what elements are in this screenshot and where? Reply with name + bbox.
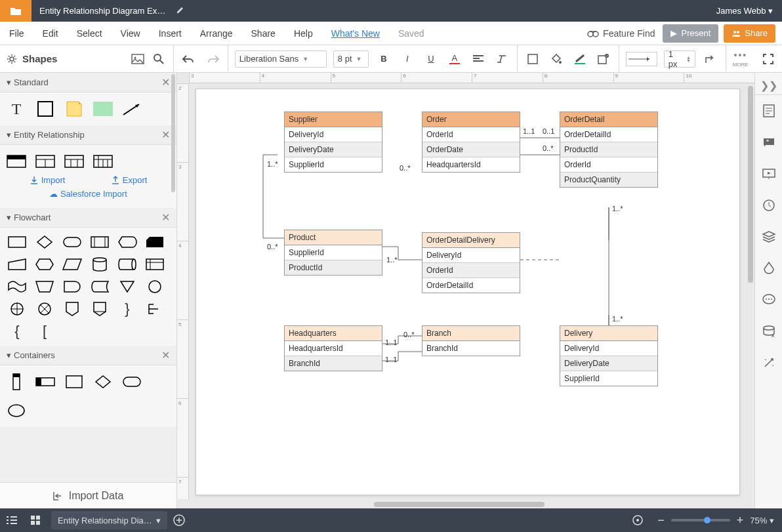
rect-shape[interactable] [35,99,55,119]
shape-style-button[interactable] [524,51,541,68]
canvas-scrollbar-v[interactable] [748,86,753,283]
er-shape-3[interactable] [64,152,84,171]
chat-icon[interactable] [755,284,783,316]
fc-database[interactable] [89,256,110,272]
menu-arrange[interactable]: Arrange [191,22,242,45]
comments-icon[interactable]: ❞ [755,127,783,158]
collapse-right-icon[interactable]: ❯❯ [755,77,782,95]
entity-row[interactable]: OrderDetailId [422,278,520,293]
menu-help[interactable]: Help [285,22,322,45]
entity-row[interactable]: BranchId [285,356,382,371]
menu-select[interactable]: Select [68,22,112,45]
entity-row[interactable]: SupplierId [285,157,382,172]
zoom-slider[interactable] [671,519,730,522]
note-shape[interactable] [64,99,84,119]
feature-find[interactable]: Feature Find [587,28,655,39]
page-tab[interactable]: Entity Relationship Dia… ▾ [51,511,167,529]
fc-delay[interactable] [62,279,83,295]
import-link[interactable]: Import [30,175,66,185]
border-button[interactable] [571,51,588,68]
data-icon[interactable] [755,316,783,347]
menu-insert[interactable]: Insert [150,22,191,45]
redo-button[interactable] [205,51,221,67]
grid-view-icon[interactable] [24,508,47,532]
canvas-scrollbar-h[interactable] [374,502,545,507]
close-icon[interactable]: ✕ [161,129,170,141]
entity-delivery[interactable]: Delivery DeliveryId DeliveryDate Supplie… [560,325,658,386]
fc-bracket[interactable]: [ [34,323,55,339]
cont-shape-3[interactable] [64,372,84,392]
zoom-out-button[interactable]: − [657,514,665,527]
fill-button[interactable] [548,51,565,68]
entity-row[interactable]: DeliveryId [285,127,382,142]
fc-tape[interactable] [7,279,28,295]
fc-note[interactable] [144,301,165,317]
layers-icon[interactable] [755,221,783,253]
shapes-panel-toggle[interactable]: Shapes [7,53,57,64]
fc-merge[interactable] [117,279,138,295]
fc-direct[interactable] [117,256,138,272]
align-button[interactable] [470,51,487,68]
text-shape[interactable]: T [7,99,26,119]
entity-row[interactable]: ProductId [285,260,382,275]
er-shape-4[interactable] [93,152,113,171]
fc-connector[interactable] [144,279,165,295]
close-icon[interactable]: ✕ [161,211,170,224]
shape-options-button[interactable] [595,51,612,68]
cont-shape-4[interactable] [93,372,113,392]
entity-row[interactable]: DeliveryDate [285,142,382,157]
paper[interactable]: Supplier DeliveryId DeliveryDate Supplie… [196,89,740,495]
menu-file[interactable]: File [0,22,33,45]
folder-icon[interactable] [0,0,31,22]
entity-row[interactable]: OrderId [422,263,520,278]
fc-sum[interactable] [34,301,55,317]
export-link[interactable]: Export [111,175,148,185]
salesforce-import-link[interactable]: ☁ Salesforce Import [7,189,170,201]
font-select[interactable]: Liberation Sans▼ [235,51,327,68]
cont-shape-5[interactable] [122,372,142,392]
entity-row[interactable]: BranchId [422,341,520,356]
panel-standard-head[interactable]: ▾ Standard✕ [0,73,176,92]
entity-row[interactable]: OrderDate [422,142,520,157]
fc-process[interactable] [7,234,28,250]
magic-icon[interactable] [755,347,783,379]
fc-predef[interactable] [89,234,110,250]
fc-prep[interactable] [34,256,55,272]
panel-flowchart-head[interactable]: ▾ Flowchart✕ [0,208,176,228]
undo-button[interactable] [180,51,196,67]
cont-shape-1[interactable] [7,372,26,392]
entity-row[interactable]: DeliveryDate [560,356,657,371]
entity-row[interactable]: SupplierId [285,245,382,260]
clear-format-button[interactable] [493,51,510,68]
entity-row[interactable]: HeadquartersId [422,157,520,172]
fc-brace-l[interactable]: { [7,323,28,339]
fc-data[interactable] [62,256,83,272]
entity-row[interactable]: OrderDetailId [560,127,657,142]
search-icon[interactable] [151,51,167,67]
menu-view[interactable]: View [112,22,150,45]
entity-orderdetail[interactable]: OrderDetail OrderDetailId ProductId Orde… [560,112,658,188]
panel-er-head[interactable]: ▾ Entity Relationship✕ [0,125,176,145]
close-icon[interactable]: ✕ [161,349,170,361]
fullscreen-button[interactable] [755,45,782,72]
er-shape-2[interactable] [35,152,55,171]
fc-terminator[interactable] [62,234,83,250]
history-icon[interactable] [755,190,783,221]
canvas[interactable]: 345678910 234567 Supplier Del [177,73,754,508]
line-style-select[interactable] [626,52,657,66]
entity-row[interactable]: ProductQuantity [560,173,657,187]
underline-button[interactable]: U [422,51,440,68]
er-shape-1[interactable] [7,152,26,171]
entity-row[interactable]: SupplierId [560,371,657,386]
text-color-button[interactable]: A [446,51,463,68]
line-width-select[interactable]: 1 px▲▼ [664,51,695,68]
entity-product[interactable]: Product SupplierId ProductId [284,230,382,276]
fc-offpage2[interactable] [89,301,110,317]
menu-whats-new[interactable]: What's New [322,22,389,45]
entity-order[interactable]: Order OrderId OrderDate HeadquartersId [422,112,520,173]
entity-row[interactable]: DeliveryId [560,341,657,356]
entity-row[interactable]: HeadquartersId [285,341,382,356]
cont-shape-6[interactable] [7,401,26,420]
entity-row[interactable]: DeliveryId [422,248,520,263]
menu-share[interactable]: Share [242,22,285,45]
